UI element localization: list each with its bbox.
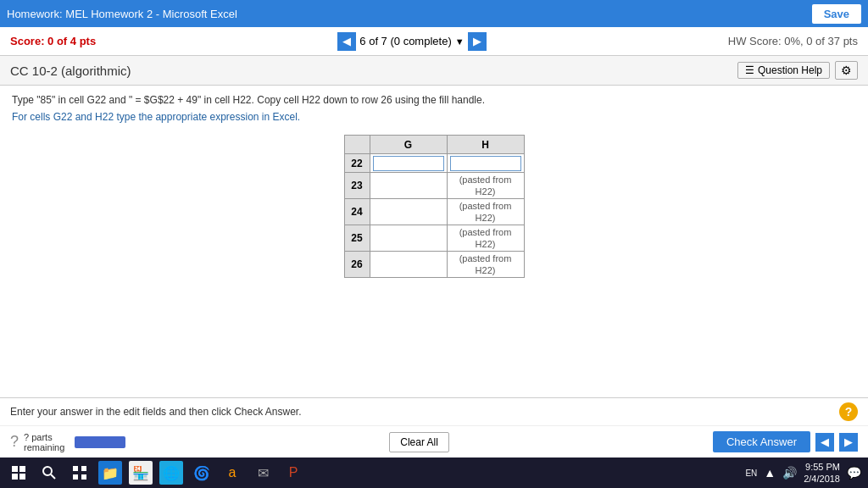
save-button[interactable]: Save — [812, 4, 861, 24]
table-row: 25 (pasted from H22) — [344, 225, 524, 252]
enter-answer-bar: Enter your answer in the edit fields and… — [0, 398, 868, 426]
parts-info-area: ? ? parts remaining — [10, 432, 125, 452]
network-icon[interactable]: ▲ — [764, 466, 776, 480]
question-header: CC 10-2 (algorithmic) ☰ Question Help ⚙ — [0, 56, 868, 86]
col-g-header: G — [370, 136, 447, 154]
table-row: 23 (pasted from H22) — [344, 173, 524, 199]
remaining-label: remaining — [24, 442, 64, 452]
score-bar: Score: 0 of 4 pts ◀ 6 of 7 (0 complete) … — [0, 27, 868, 56]
cell-g22[interactable] — [370, 154, 447, 173]
row-number-22: 22 — [344, 154, 370, 173]
spreadsheet-container: G H 22 — [12, 135, 856, 278]
next-question-button[interactable]: ▶ — [468, 32, 487, 51]
col-h-header: H — [447, 136, 524, 154]
row-header-col — [344, 136, 370, 154]
cell-h26: (pasted from H22) — [447, 252, 524, 278]
instruction-text: Type "85" in cell G22 and " = $G$22 + 49… — [12, 94, 856, 106]
edge-icon[interactable]: 🌐 — [159, 461, 183, 485]
cell-g26 — [370, 252, 447, 278]
svg-rect-6 — [73, 466, 78, 471]
check-answer-button[interactable]: Check Answer — [713, 431, 810, 452]
svg-rect-3 — [19, 474, 25, 480]
row-number-23: 23 — [344, 173, 370, 199]
row-number-24: 24 — [344, 199, 370, 225]
clock-date: 2/4/2018 — [804, 473, 840, 485]
cell-g25 — [370, 225, 447, 252]
question-help-label: Question Help — [758, 64, 822, 76]
bottom-section: Enter your answer in the edit fields and… — [0, 397, 868, 458]
row-number-26: 26 — [344, 252, 370, 278]
question-title: CC 10-2 (algorithmic) — [10, 64, 131, 78]
settings-button[interactable]: ⚙ — [835, 61, 858, 80]
svg-rect-8 — [73, 474, 78, 480]
list-icon: ☰ — [745, 64, 754, 76]
center-action: Clear All — [389, 432, 449, 452]
files-icon[interactable]: 📁 — [98, 461, 122, 485]
amazon-icon[interactable]: a — [220, 461, 244, 485]
input-h22[interactable] — [450, 156, 521, 171]
clear-all-button[interactable]: Clear All — [389, 432, 449, 452]
notification-icon[interactable]: 💬 — [847, 466, 861, 480]
question-help-button[interactable]: ☰ Question Help — [737, 62, 830, 79]
action-row: ? ? parts remaining Clear All Check Answ… — [0, 426, 868, 458]
svg-rect-1 — [19, 466, 25, 472]
question-mark-icon: ? — [10, 433, 19, 451]
hw-score-label: HW Score: 0%, 0 of 37 pts — [728, 35, 858, 47]
pasted-label-25: (pasted from H22) — [459, 227, 512, 249]
svg-point-4 — [43, 467, 52, 475]
table-row: 22 — [344, 154, 524, 173]
volume-icon[interactable]: 🔊 — [782, 466, 797, 480]
right-action: Check Answer ◀ ▶ — [713, 431, 858, 452]
row-number-25: 25 — [344, 225, 370, 252]
prev-answer-button[interactable]: ◀ — [815, 433, 834, 452]
language-label: EN — [745, 469, 757, 478]
prev-question-button[interactable]: ◀ — [337, 32, 356, 51]
title-bar: Homework: MEL Homework 2 - Microsoft Exc… — [0, 0, 868, 27]
clock-time: 9:55 PM — [804, 461, 840, 473]
taskbar-left: 📁 🏪 🌐 🌀 a ✉ P — [7, 461, 305, 485]
parts-progress-bar — [75, 436, 125, 448]
nav-center: ◀ 6 of 7 (0 complete) ▼ ▶ — [337, 32, 486, 51]
enter-answer-text: Enter your answer in the edit fields and… — [10, 406, 302, 418]
nav-label: 6 of 7 (0 complete) — [359, 35, 451, 47]
help-circle[interactable]: ? — [839, 402, 858, 421]
svg-rect-7 — [81, 466, 86, 471]
table-row: 24 (pasted from H22) — [344, 199, 524, 225]
help-icon: ? — [845, 405, 853, 419]
cell-h24: (pasted from H22) — [447, 199, 524, 225]
cell-g23 — [370, 173, 447, 199]
pasted-label-23: (pasted from H22) — [459, 175, 512, 197]
main-content: Type "85" in cell G22 and " = $G$22 + 49… — [0, 86, 868, 286]
parts-label: ? parts — [24, 432, 64, 442]
task-view-button[interactable] — [68, 461, 92, 485]
sub-instruction: For cells G22 and H22 type the appropria… — [12, 111, 856, 123]
store-icon[interactable]: 🏪 — [129, 461, 153, 485]
nav-dropdown-icon[interactable]: ▼ — [455, 36, 465, 47]
search-button[interactable] — [37, 461, 61, 485]
cell-h25: (pasted from H22) — [447, 225, 524, 252]
taskbar: 📁 🏪 🌐 🌀 a ✉ P EN ▲ 🔊 9:55 PM 2/4/2018 💬 — [0, 458, 868, 488]
question-help-area: ☰ Question Help ⚙ — [737, 61, 858, 80]
clock[interactable]: 9:55 PM 2/4/2018 — [804, 461, 840, 485]
parts-block: ? parts remaining — [24, 432, 64, 452]
input-g22[interactable] — [373, 156, 444, 171]
cell-h22[interactable] — [447, 154, 524, 173]
svg-rect-2 — [12, 474, 18, 480]
next-answer-button[interactable]: ▶ — [839, 433, 858, 452]
score-label: Score: 0 of 4 pts — [10, 35, 96, 47]
svg-rect-0 — [12, 466, 18, 472]
ie-icon[interactable]: 🌀 — [190, 461, 214, 485]
title-text: Homework: MEL Homework 2 - Microsoft Exc… — [7, 8, 237, 20]
pasted-label-26: (pasted from H22) — [459, 253, 512, 275]
taskbar-right: EN ▲ 🔊 9:55 PM 2/4/2018 💬 — [745, 461, 861, 485]
spreadsheet-table: G H 22 — [344, 135, 525, 278]
windows-button[interactable] — [7, 461, 31, 485]
cell-g24 — [370, 199, 447, 225]
pasted-label-24: (pasted from H22) — [459, 201, 512, 223]
email-icon[interactable]: ✉ — [251, 461, 275, 485]
cell-h23: (pasted from H22) — [447, 173, 524, 199]
svg-rect-9 — [81, 474, 86, 480]
powerpoint-icon[interactable]: P — [281, 461, 305, 485]
svg-line-5 — [51, 474, 55, 479]
table-row: 26 (pasted from H22) — [344, 252, 524, 278]
